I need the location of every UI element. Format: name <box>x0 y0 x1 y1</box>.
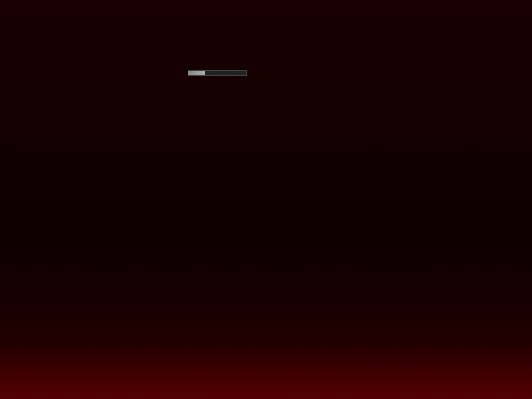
temp-bar <box>188 70 247 76</box>
temp-bar-fill <box>188 71 205 75</box>
